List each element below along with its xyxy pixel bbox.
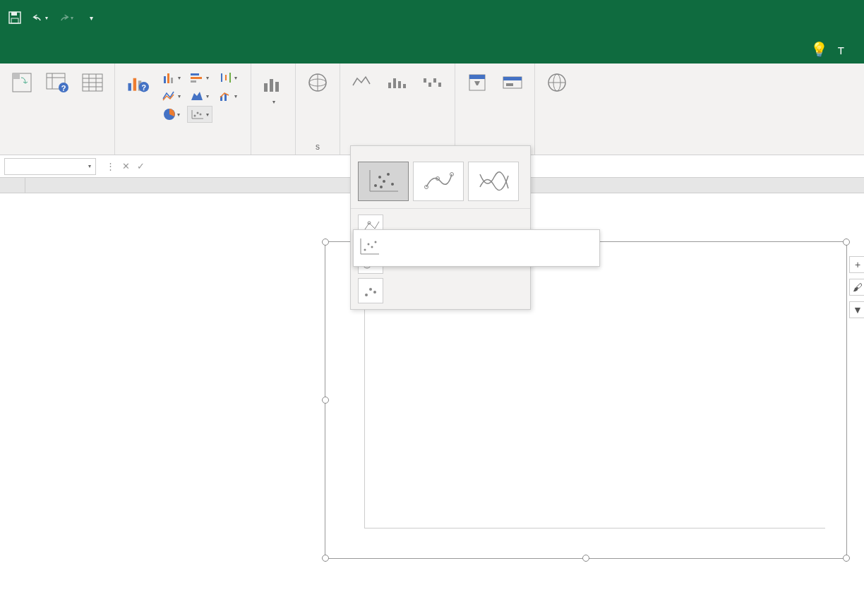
svg-point-68: [391, 183, 394, 186]
svg-rect-23: [171, 78, 173, 83]
name-box[interactable]: ▾: [4, 158, 96, 175]
svg-text:?: ?: [142, 83, 147, 92]
svg-rect-16: [128, 83, 131, 91]
menu-bar: 💡 T: [0, 35, 864, 64]
tell-me-icon[interactable]: 💡: [803, 35, 835, 64]
sparkline-winloss-button[interactable]: [419, 69, 446, 98]
svg-rect-26: [191, 80, 196, 83]
svg-rect-54: [469, 75, 485, 79]
combo-chart-icon[interactable]: ▾: [215, 87, 241, 104]
svg-rect-47: [398, 81, 401, 88]
ribbon-group-tours: s: [296, 64, 340, 155]
scatter-option-plain[interactable]: [358, 162, 409, 201]
svg-rect-45: [388, 83, 391, 88]
scatter-option-smooth[interactable]: [468, 162, 519, 201]
area-chart-icon[interactable]: ▾: [187, 87, 212, 104]
svg-rect-50: [428, 83, 431, 87]
3d-map-button[interactable]: [304, 69, 331, 98]
svg-point-64: [374, 184, 377, 187]
chart-filter-button[interactable]: ▼: [849, 301, 864, 318]
svg-point-69: [380, 186, 383, 188]
svg-rect-58: [506, 83, 513, 86]
svg-point-84: [371, 246, 373, 248]
svg-rect-1: [11, 12, 17, 16]
line-chart-icon[interactable]: ▾: [159, 87, 184, 104]
svg-rect-57: [503, 77, 522, 80]
svg-rect-48: [403, 84, 406, 88]
svg-rect-32: [224, 94, 227, 101]
tooltip-thumbnail-icon: [354, 230, 383, 266]
ribbon-group-links: [535, 64, 579, 155]
svg-rect-22: [167, 73, 169, 83]
more-scatter-icon[interactable]: [358, 278, 383, 303]
svg-rect-4: [13, 73, 20, 79]
svg-point-77: [365, 294, 368, 296]
svg-marker-55: [474, 81, 480, 85]
ribbon-group-tables: ?: [0, 64, 115, 155]
svg-rect-49: [424, 78, 426, 83]
bar-chart-icon[interactable]: ▾: [187, 69, 212, 86]
recommended-charts-button[interactable]: ?: [124, 69, 150, 98]
enter-icon[interactable]: ✓: [137, 161, 145, 171]
svg-rect-46: [393, 78, 396, 88]
title-bar: ▾ ▾ ▾: [0, 0, 864, 35]
redo-icon[interactable]: ▾: [58, 10, 73, 25]
slicer-button[interactable]: [464, 69, 491, 98]
svg-rect-25: [191, 77, 202, 79]
svg-rect-51: [433, 78, 436, 83]
chart-elements-button[interactable]: +: [849, 256, 864, 273]
fx-separator: ⋮: [106, 161, 115, 171]
svg-point-82: [364, 249, 366, 251]
select-all-triangle[interactable]: [0, 178, 25, 193]
ribbon: ? ? ▾ ▾ ▾ ▾ ▾ ▾ ▾ ▾: [0, 64, 864, 155]
svg-point-79: [373, 291, 376, 294]
scatter-option-smooth-markers[interactable]: [413, 162, 464, 201]
svg-marker-30: [191, 92, 203, 100]
chart-styles-button[interactable]: 🖌: [849, 279, 864, 296]
sparkline-line-button[interactable]: [349, 69, 376, 98]
ribbon-group-pivotchart: ▾: [251, 64, 296, 155]
save-icon[interactable]: [7, 10, 23, 25]
pie-chart-icon[interactable]: ▾: [159, 106, 184, 123]
svg-point-65: [378, 176, 381, 179]
svg-text:?: ?: [61, 84, 66, 92]
svg-point-37: [197, 112, 199, 114]
recommended-pivot-button[interactable]: ?: [44, 69, 71, 98]
svg-rect-40: [270, 79, 273, 92]
svg-rect-52: [438, 83, 441, 87]
sparkline-column-button[interactable]: [384, 69, 411, 98]
ribbon-group-filters: [455, 64, 535, 155]
svg-rect-24: [191, 73, 199, 76]
chart-type-grid: ▾ ▾ ▾ ▾ ▾ ▾ ▾ ▾: [159, 69, 242, 123]
tell-me-text[interactable]: T: [835, 37, 857, 64]
cancel-icon[interactable]: ✕: [122, 161, 130, 171]
table-button[interactable]: [79, 69, 106, 98]
svg-rect-41: [275, 82, 279, 92]
pivot-table-button[interactable]: [8, 69, 35, 98]
link-button[interactable]: [544, 69, 570, 98]
scatter-dropdown-panel: [350, 145, 531, 310]
chevron-down-icon[interactable]: ▾: [88, 163, 91, 169]
svg-point-67: [387, 173, 390, 176]
ribbon-group-charts: ? ▾ ▾ ▾ ▾ ▾ ▾ ▾ ▾: [115, 64, 251, 155]
quick-access-toolbar: ▾ ▾ ▾: [7, 10, 99, 25]
svg-rect-39: [264, 83, 268, 92]
svg-rect-17: [133, 78, 136, 91]
scatter-chart-icon[interactable]: ▾: [187, 106, 212, 123]
column-chart-icon[interactable]: ▾: [159, 69, 184, 86]
svg-rect-2: [11, 18, 18, 23]
svg-point-85: [375, 241, 377, 243]
pivotchart-button[interactable]: ▾: [260, 69, 287, 107]
ribbon-group-sparklines: [340, 64, 455, 155]
svg-point-78: [369, 288, 372, 291]
svg-point-83: [368, 243, 370, 246]
undo-icon[interactable]: ▾: [32, 10, 48, 25]
svg-point-38: [200, 114, 202, 116]
timeline-button[interactable]: [499, 69, 526, 98]
chart-plot-area[interactable]: [364, 281, 825, 529]
qat-customize-icon[interactable]: ▾: [83, 10, 99, 25]
svg-point-66: [383, 180, 385, 183]
stock-chart-icon[interactable]: ▾: [215, 69, 241, 86]
svg-rect-21: [164, 76, 166, 83]
svg-point-36: [194, 115, 196, 117]
